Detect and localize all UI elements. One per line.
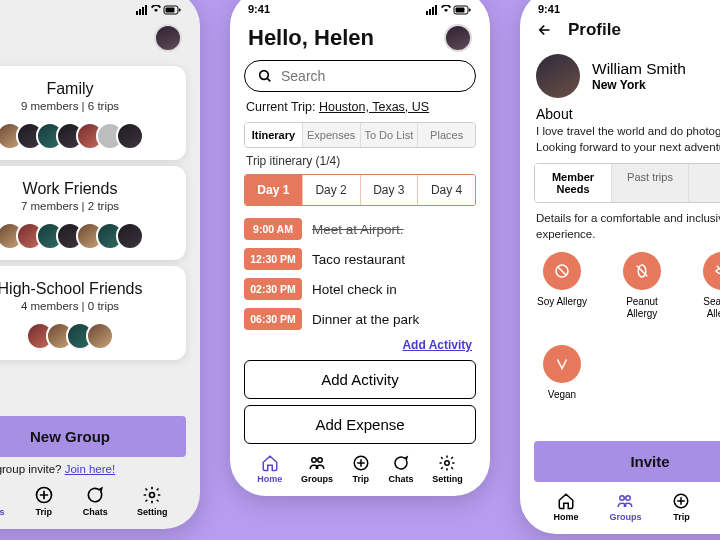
tab-needs[interactable]: Member Needs xyxy=(535,164,611,202)
allergy-icon xyxy=(623,252,661,290)
status-icons xyxy=(136,3,182,15)
svg-point-18 xyxy=(260,71,269,80)
phone-profile: 9:41 Profile William Smith New York Abou… xyxy=(520,0,720,534)
day-1[interactable]: Day 1 xyxy=(245,175,302,205)
svg-point-19 xyxy=(312,458,317,463)
svg-rect-2 xyxy=(142,7,144,15)
nav-trip[interactable]: Trip xyxy=(352,454,370,484)
itin-item[interactable]: 12:30 PM Taco restaurant xyxy=(242,244,478,274)
day-4[interactable]: Day 4 xyxy=(417,175,475,205)
svg-rect-1 xyxy=(139,9,141,15)
search-icon xyxy=(257,68,273,84)
add-activity-button[interactable]: Add Activity xyxy=(244,360,476,399)
need-chip[interactable]: Vegan xyxy=(536,345,588,401)
svg-point-20 xyxy=(318,458,323,463)
need-chip[interactable]: Peanut Allergy xyxy=(616,252,668,319)
itin-item[interactable]: 02:30 PM Hotel check in xyxy=(242,274,478,304)
tab-itinerary[interactable]: Itinerary xyxy=(245,123,302,147)
nav-setting[interactable]: Setting xyxy=(432,454,463,484)
join-link[interactable]: Join here! xyxy=(65,463,116,475)
time-badge: 9:00 AM xyxy=(244,218,302,240)
tab-places[interactable]: Places xyxy=(417,123,475,147)
nav-trip[interactable]: Trip xyxy=(672,492,690,522)
svg-rect-0 xyxy=(136,11,138,15)
back-icon[interactable] xyxy=(536,21,554,39)
nav-home[interactable]: Home xyxy=(553,492,578,522)
bottom-nav: Home Groups Trip Chats Setting xyxy=(242,454,478,484)
svg-rect-5 xyxy=(166,8,175,13)
avatar-self[interactable] xyxy=(444,24,472,52)
needs-grid: Soy Allergy Peanut Allergy Seafood Aller… xyxy=(536,252,720,401)
need-chip[interactable]: Soy Allergy xyxy=(536,252,588,319)
time: 9:41 xyxy=(248,3,270,15)
profile-avatar[interactable] xyxy=(536,54,580,98)
svg-point-26 xyxy=(626,495,631,500)
nav-chats[interactable]: Chats xyxy=(83,485,108,517)
header: s xyxy=(0,18,188,60)
tab-todo[interactable]: To Do List xyxy=(360,123,418,147)
time-badge: 02:30 PM xyxy=(244,278,302,300)
nav-groups[interactable]: Groups xyxy=(301,454,333,484)
search-box[interactable] xyxy=(244,60,476,92)
itin-text: Taco restaurant xyxy=(312,252,405,267)
svg-rect-3 xyxy=(145,5,147,15)
invite-button[interactable]: Invite xyxy=(534,441,720,482)
search-input[interactable] xyxy=(281,68,463,84)
profile-tabs: Member Needs Past trips G xyxy=(534,163,720,203)
header: Hello, Helen xyxy=(242,18,478,60)
svg-rect-17 xyxy=(469,9,471,12)
tab-past[interactable]: Past trips xyxy=(611,164,688,202)
status-bar: 9:41 xyxy=(520,0,720,18)
needs-desc: Details for a comfortable and inclusive … xyxy=(536,211,720,242)
nav-chats[interactable]: Chats xyxy=(388,454,413,484)
svg-rect-12 xyxy=(429,9,431,15)
group-meta: 7 members | 2 trips xyxy=(0,200,176,212)
phone-groups: 9:41 s Family 9 members | 6 trips Work F… xyxy=(0,0,200,529)
svg-rect-14 xyxy=(435,5,437,15)
add-activity-link[interactable]: Add Activity xyxy=(248,338,472,352)
profile-header: William Smith New York xyxy=(536,54,720,98)
about-heading: About xyxy=(536,106,720,122)
tab-expenses[interactable]: Expenses xyxy=(302,123,360,147)
nav-home[interactable]: Home xyxy=(257,454,282,484)
current-trip: Current Trip: Houston, Texas, US xyxy=(246,100,474,114)
allergy-icon xyxy=(543,252,581,290)
nav-setting[interactable]: Setting xyxy=(137,485,168,517)
group-name: High-School Friends xyxy=(0,280,176,298)
itin-counter: Trip itinerary (1/4) xyxy=(246,154,474,168)
avatar-self[interactable] xyxy=(154,24,182,52)
day-3[interactable]: Day 3 xyxy=(360,175,418,205)
itin-item[interactable]: 06:30 PM Dinner at the park xyxy=(242,304,478,334)
greeting: Hello, Helen xyxy=(248,25,374,51)
section-tabs: Itinerary Expenses To Do List Places xyxy=(244,122,476,148)
itin-text: Hotel check in xyxy=(312,282,397,297)
group-card[interactable]: High-School Friends 4 members | 0 trips xyxy=(0,266,186,360)
group-card[interactable]: Family 9 members | 6 trips xyxy=(0,66,186,160)
svg-point-25 xyxy=(620,495,625,500)
nav-groups[interactable]: Groups xyxy=(609,492,641,522)
current-trip-link[interactable]: Houston, Texas, US xyxy=(319,100,429,114)
new-group-button[interactable]: New Group xyxy=(0,416,186,457)
nav-trip[interactable]: Trip xyxy=(34,485,54,517)
avatar-row xyxy=(0,322,176,350)
day-row: Day 1 Day 2 Day 3 Day 4 xyxy=(244,174,476,206)
svg-rect-13 xyxy=(432,7,434,15)
itin-text: Meet at Airport. xyxy=(312,222,404,237)
avatar-row xyxy=(0,122,176,150)
day-2[interactable]: Day 2 xyxy=(302,175,360,205)
itin-item[interactable]: 9:00 AM Meet at Airport. xyxy=(242,214,478,244)
group-card[interactable]: Work Friends 7 members | 2 trips xyxy=(0,166,186,260)
vegan-icon xyxy=(543,345,581,383)
need-chip[interactable]: Seafood Allergy xyxy=(696,252,720,319)
svg-rect-6 xyxy=(179,9,181,12)
invite-line: Have a group invite? Join here! xyxy=(0,463,184,475)
status-bar: 9:41 xyxy=(0,0,200,18)
svg-rect-16 xyxy=(456,8,465,13)
status-icons xyxy=(426,3,472,15)
time-badge: 12:30 PM xyxy=(244,248,302,270)
svg-point-22 xyxy=(445,461,450,466)
nav-groups[interactable]: Groups xyxy=(0,485,5,517)
add-expense-button[interactable]: Add Expense xyxy=(244,405,476,444)
allergy-icon xyxy=(703,252,720,290)
tab-groups[interactable]: G xyxy=(688,164,720,202)
